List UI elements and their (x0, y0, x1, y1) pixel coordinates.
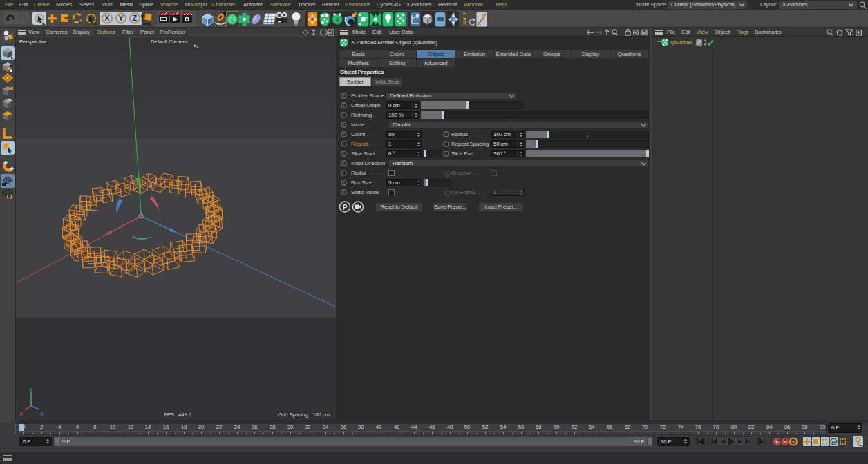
svg-text:Z: Z (133, 14, 138, 22)
svg-text:?: ? (452, 17, 455, 22)
svg-text:X: X (19, 411, 23, 417)
svg-text:Y: Y (119, 14, 124, 22)
svg-text:P: P (832, 439, 836, 445)
svg-text:Z: Z (40, 410, 44, 416)
svg-text:X: X (105, 14, 110, 22)
svg-text:P: P (343, 204, 348, 211)
svg-text:Y: Y (29, 387, 33, 393)
